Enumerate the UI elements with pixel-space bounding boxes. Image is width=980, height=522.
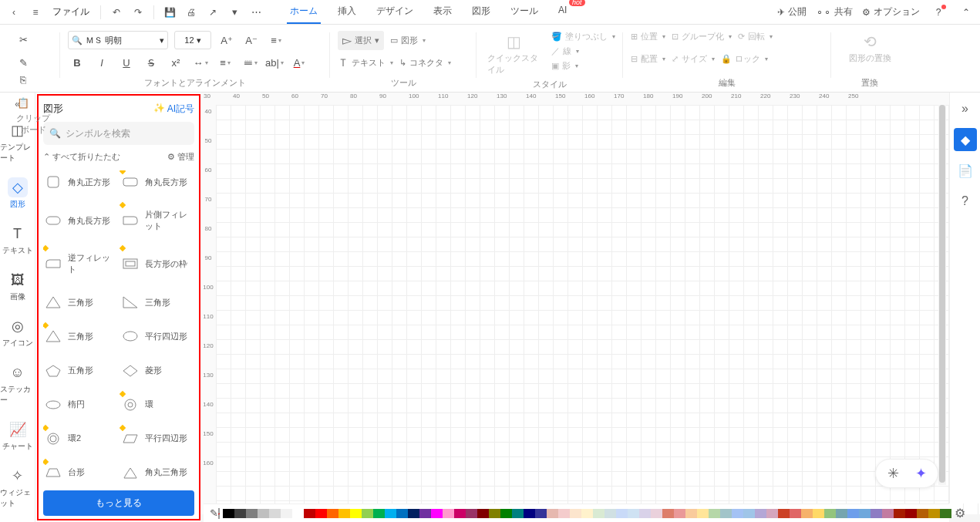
collapse-ribbon-button[interactable]: ⌃ [957,3,975,22]
color-swatch[interactable] [778,509,790,518]
color-swatch[interactable] [662,509,674,518]
select-tool[interactable]: ▻選択 ▾ [338,31,384,50]
print-button[interactable]: 🖨 [182,3,200,22]
shape-item[interactable]: 平行四辺形 [122,427,193,450]
quick-style-button[interactable]: ◫クイックスタイル [484,31,544,77]
color-swatch[interactable] [940,509,951,518]
sidebar-chart[interactable]: 📈チャート [0,415,35,456]
color-swatch[interactable] [847,509,859,518]
color-swatch[interactable] [524,509,535,518]
size-button[interactable]: ⤢サイズ [672,53,715,65]
help-button[interactable]: ? [929,3,948,22]
color-swatch[interactable] [871,509,882,518]
color-swatch[interactable] [813,509,824,518]
color-swatch[interactable] [234,509,246,518]
help-panel-button[interactable]: ? [954,190,977,213]
sidebar-text[interactable]: Tテキスト [0,219,35,261]
line-button[interactable]: ／線 [551,45,615,57]
color-swatch[interactable] [373,509,385,518]
dropdown-icon[interactable]: ▾ [225,3,244,22]
letter-spacing-button[interactable]: ↔ [191,54,210,71]
text-tool[interactable]: Ｔテキスト [338,56,393,70]
color-swatch[interactable] [258,509,269,518]
canvas[interactable] [216,105,980,514]
bold-button[interactable]: B [68,54,86,71]
shape-item[interactable]: 角丸長方形 [122,170,193,194]
symbol-search-input[interactable]: 🔍 シンボルを検索 [43,122,194,145]
color-swatch[interactable] [362,509,373,518]
manage-button[interactable]: ⚙ 管理 [167,151,194,163]
color-swatch[interactable] [616,509,628,518]
shape-item[interactable]: 台形 [45,461,116,484]
color-swatch[interactable] [396,509,408,518]
shape-item[interactable]: 菱形 [122,359,193,382]
sidebar-shapes[interactable]: ◇図形 [0,173,35,214]
connector-tool[interactable]: ↳コネクタ [399,57,451,69]
bullet-list-button[interactable]: ≡ [216,54,234,71]
cut-button[interactable]: ✂ [14,31,32,48]
align-horiz-button[interactable]: ≡ [267,32,285,49]
color-swatch[interactable] [385,509,396,518]
tab-view[interactable]: 表示 [430,0,455,24]
font-select[interactable]: 🔍ＭＳ 明朝▾ [68,31,168,49]
shape-item[interactable]: 角丸長方形 [45,204,116,237]
vertical-scrollbar[interactable] [938,105,946,485]
color-swatch[interactable] [859,509,871,518]
tab-tool[interactable]: ツール [507,0,541,24]
options-button[interactable]: ⚙オプション [862,5,920,19]
superscript-button[interactable]: x² [167,54,185,71]
ai-symbol-button[interactable]: ✨AI記号 [153,103,194,116]
decrease-font-button[interactable]: A⁻ [242,32,261,49]
color-swatch[interactable] [466,509,477,518]
color-swatch[interactable] [408,509,419,518]
text-transform-button[interactable]: ab| [265,54,284,71]
sidebar-icon[interactable]: ◎アイコン [0,312,35,353]
color-swatch[interactable] [431,509,443,518]
shape-item[interactable]: 角丸正方形 [45,170,116,194]
rotate-button[interactable]: ⟳回転 [738,31,773,42]
increase-font-button[interactable]: A⁺ [217,32,236,49]
color-swatch[interactable] [674,509,685,518]
color-swatch[interactable] [755,509,766,518]
color-swatch[interactable] [824,509,836,518]
color-swatch[interactable] [790,509,801,518]
shape-item[interactable]: 逆フィレット [45,248,116,280]
color-swatch[interactable] [419,509,431,518]
shape-item[interactable]: 環 [122,393,193,416]
shape-replace-button[interactable]: ⟲図形の置換 [839,31,901,66]
tab-insert[interactable]: 挿入 [335,0,359,24]
shape-item[interactable]: 楕円 [45,393,116,416]
align-button[interactable]: ⊟配置 [631,53,665,65]
palette-settings-button[interactable]: ⚙ [951,506,968,520]
color-swatch[interactable] [836,509,847,518]
color-swatch[interactable] [269,509,281,518]
color-swatch[interactable] [223,509,234,518]
color-swatch[interactable] [628,509,639,518]
color-swatch[interactable] [581,509,593,518]
color-swatch[interactable] [801,509,813,518]
color-swatch[interactable] [651,509,662,518]
numbered-list-button[interactable]: ⩸ [241,54,259,71]
publish-button[interactable]: ✈公開 [777,5,807,19]
color-swatch[interactable] [905,509,917,518]
share-button[interactable]: ⚬⚬共有 [816,5,853,19]
color-swatch[interactable] [327,509,338,518]
format-panel-button[interactable]: ◆ [954,128,977,151]
back-button[interactable]: ‹ [5,3,23,22]
color-swatch[interactable] [547,509,558,518]
shape-item[interactable]: 角丸三角形 [122,461,193,484]
more-icon[interactable]: ⋯ [247,3,265,22]
undo-button[interactable]: ↶ [107,3,126,22]
color-swatch[interactable] [350,509,362,518]
tab-ai[interactable]: AIhot [555,0,570,24]
color-swatch[interactable] [766,509,778,518]
color-swatch[interactable] [743,509,755,518]
hamburger-icon[interactable]: ≡ [26,3,45,22]
color-swatch[interactable] [685,509,697,518]
color-swatch[interactable] [882,509,894,518]
copy-button[interactable]: ⎘ [14,71,32,88]
shape-item[interactable]: 三角形 [45,325,116,348]
color-swatch[interactable] [489,509,500,518]
color-swatch[interactable] [558,509,570,518]
ai-assist-button[interactable]: ✳ [882,463,904,484]
